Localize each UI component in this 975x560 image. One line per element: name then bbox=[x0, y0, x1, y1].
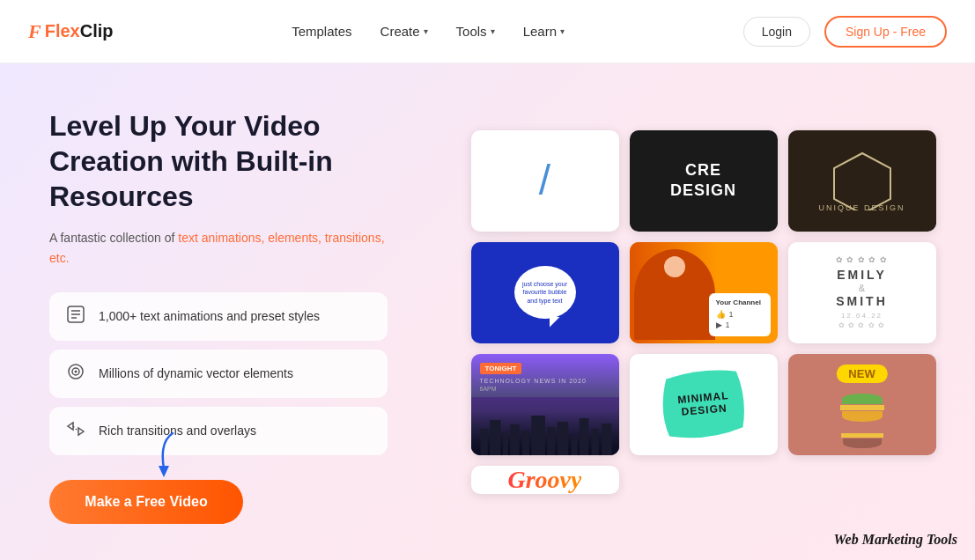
youtube-icon: ▶ bbox=[716, 321, 722, 329]
transitions-icon bbox=[65, 419, 86, 443]
feature-card-transitions: Rich transitions and overlays bbox=[49, 407, 388, 455]
channel-label: Your Channel bbox=[716, 298, 764, 306]
emily-wreath: ✿ ✿ ✿ ✿ ✿ bbox=[836, 255, 888, 264]
new-badge: NEW bbox=[836, 365, 887, 383]
logo-text: FlexClip bbox=[45, 21, 114, 41]
hero-desc: A fantastic collection of text animation… bbox=[49, 228, 388, 268]
macaron-bottom bbox=[842, 411, 883, 422]
chevron-down-icon: ▾ bbox=[560, 26, 565, 36]
svg-rect-10 bbox=[480, 429, 487, 455]
svg-marker-9 bbox=[834, 153, 890, 210]
person-silhouette bbox=[634, 249, 715, 341]
feature-card-text-animations: 1,000+ text animations and preset styles bbox=[49, 292, 388, 341]
template-card-groovy[interactable]: Groovy bbox=[471, 466, 619, 494]
feature-cards: 1,000+ text animations and preset styles… bbox=[49, 292, 388, 455]
person-head bbox=[664, 256, 685, 277]
slash-decoration: / bbox=[539, 159, 550, 202]
right-panel: / CREDESIGN UNIQUE DESIGN just choose yo… bbox=[423, 63, 975, 560]
template-card-your-channel[interactable]: Your Channel 👍 1 ▶ 1 bbox=[630, 242, 778, 343]
feature-card-vector-elements: Millions of dynamic vector elements bbox=[49, 350, 388, 398]
nav-item-create[interactable]: Create ▾ bbox=[380, 24, 428, 39]
template-grid: / CREDESIGN UNIQUE DESIGN just choose yo… bbox=[471, 130, 936, 494]
channel-info-card: Your Channel 👍 1 ▶ 1 bbox=[709, 293, 771, 336]
emily-smith-content: ✿ ✿ ✿ ✿ ✿ EMILY & SMITH 12.04.22 ✿ ✿ ✿ ✿… bbox=[836, 255, 888, 329]
tonight-subtitle: TECHNOLOGY NEWS IN 2020 bbox=[480, 378, 610, 384]
template-card-unique-design[interactable]: UNIQUE DESIGN bbox=[788, 130, 936, 232]
emily-name: EMILY bbox=[836, 268, 888, 282]
svg-rect-17 bbox=[557, 422, 568, 455]
svg-rect-20 bbox=[591, 429, 598, 455]
svg-rect-11 bbox=[490, 420, 501, 455]
smith-name: SMITH bbox=[836, 294, 888, 308]
feature-text-animations-label: 1,000+ text animations and preset styles bbox=[99, 309, 320, 323]
vector-elements-icon bbox=[65, 362, 86, 386]
svg-rect-14 bbox=[521, 431, 528, 455]
svg-rect-18 bbox=[571, 436, 577, 455]
template-card-create-design[interactable]: CREDESIGN bbox=[630, 130, 778, 232]
minimal-text: MINIMALDESIGN bbox=[676, 389, 730, 419]
header: F FlexClip Templates Create ▾ Tools ▾ Le… bbox=[0, 0, 975, 63]
main-content: Level Up Your Video Creation with Built-… bbox=[0, 63, 975, 560]
left-panel: Level Up Your Video Creation with Built-… bbox=[0, 63, 423, 560]
template-card-minimal-design[interactable]: MINIMALDESIGN bbox=[630, 354, 778, 455]
create-design-text: CREDESIGN bbox=[670, 160, 736, 202]
tonight-date: 6APM bbox=[480, 386, 610, 392]
main-nav: Templates Create ▾ Tools ▾ Learn ▾ bbox=[292, 24, 565, 39]
chevron-down-icon: ▾ bbox=[491, 26, 495, 36]
watermark: Web Marketing Tools bbox=[834, 532, 957, 548]
channel-stats-row: 👍 1 bbox=[716, 310, 764, 319]
svg-rect-19 bbox=[579, 418, 588, 455]
macaron-stack bbox=[840, 394, 884, 448]
nav-item-tools[interactable]: Tools ▾ bbox=[456, 24, 495, 39]
feature-vector-elements-label: Millions of dynamic vector elements bbox=[99, 366, 293, 380]
template-card-speech-bubble[interactable]: just choose your favourite bubble and ty… bbox=[471, 242, 619, 343]
unique-design-label: UNIQUE DESIGN bbox=[818, 203, 905, 212]
like-count: 1 bbox=[729, 310, 734, 319]
make-free-video-button[interactable]: Make a Free Video bbox=[49, 480, 243, 524]
nav-item-templates[interactable]: Templates bbox=[292, 24, 351, 39]
nav-item-learn[interactable]: Learn ▾ bbox=[523, 24, 565, 39]
speech-bubble-shape: just choose your favourite bubble and ty… bbox=[514, 266, 576, 319]
hexagon-icon bbox=[827, 149, 897, 210]
emily-wreath-bottom: ✿ ✿ ✿ ✿ ✿ bbox=[836, 321, 888, 329]
minimal-design-splash: MINIMALDESIGN bbox=[656, 364, 750, 445]
emily-ampersand: & bbox=[836, 283, 888, 293]
svg-rect-12 bbox=[502, 433, 507, 455]
macaron-top bbox=[842, 394, 883, 404]
logo[interactable]: F FlexClip bbox=[28, 20, 114, 43]
skyline-svg bbox=[471, 411, 619, 455]
macaron2-fill bbox=[841, 433, 883, 438]
logo-icon: F bbox=[28, 20, 41, 43]
svg-rect-21 bbox=[602, 424, 612, 455]
chevron-down-icon: ▾ bbox=[424, 26, 428, 36]
login-button[interactable]: Login bbox=[743, 17, 810, 47]
signup-button[interactable]: Sign Up - Free bbox=[824, 16, 947, 48]
svg-point-6 bbox=[75, 370, 78, 372]
arrow-indicator bbox=[146, 429, 190, 482]
emily-date: 12.04.22 bbox=[836, 312, 888, 320]
template-card-new-product[interactable]: NEW bbox=[788, 354, 936, 455]
macaron2-top bbox=[843, 423, 882, 432]
groovy-text: Groovy bbox=[508, 466, 582, 494]
template-card-emily-smith[interactable]: ✿ ✿ ✿ ✿ ✿ EMILY & SMITH 12.04.22 ✿ ✿ ✿ ✿… bbox=[788, 242, 936, 343]
svg-line-7 bbox=[73, 426, 78, 431]
thumbs-up-icon: 👍 bbox=[716, 310, 726, 319]
channel-sub-row: ▶ 1 bbox=[716, 321, 764, 329]
svg-marker-8 bbox=[159, 466, 169, 477]
macaron-fill bbox=[840, 405, 884, 410]
sub-count: 1 bbox=[726, 321, 730, 329]
svg-rect-16 bbox=[547, 427, 555, 455]
bubble-text: just choose your favourite bubble and ty… bbox=[521, 280, 569, 304]
template-card-slash[interactable]: / bbox=[471, 130, 619, 232]
svg-rect-13 bbox=[510, 424, 520, 455]
template-card-tonight[interactable]: TONIGHT TECHNOLOGY NEWS IN 2020 6APM bbox=[471, 354, 619, 455]
hero-title: Level Up Your Video Creation with Built-… bbox=[49, 108, 388, 214]
header-actions: Login Sign Up - Free bbox=[743, 16, 947, 48]
macaron2-bottom bbox=[843, 438, 882, 448]
svg-rect-15 bbox=[531, 416, 545, 455]
tonight-badge: TONIGHT bbox=[480, 363, 522, 374]
text-animation-icon bbox=[65, 305, 86, 328]
